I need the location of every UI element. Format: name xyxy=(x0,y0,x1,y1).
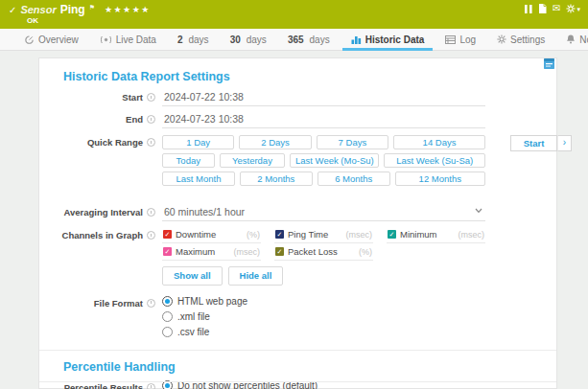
checkbox-checked-icon: ✓ xyxy=(163,230,172,239)
info-icon xyxy=(147,299,155,308)
quick-range-button[interactable]: Yesterday xyxy=(220,153,286,168)
info-icon xyxy=(147,383,155,389)
averaging-interval-select[interactable]: 60 minutes/1 hour xyxy=(162,205,485,221)
sensor-type-label: Sensor xyxy=(20,4,56,15)
channel-toggle-ping-time[interactable]: ✓ Ping Time (msec) xyxy=(274,228,373,243)
end-label: End xyxy=(126,114,143,125)
quick-range-button[interactable]: Last Month xyxy=(162,172,235,186)
report-icon[interactable] xyxy=(538,4,547,13)
percentile-results-label: Percentile Results xyxy=(64,382,143,389)
tab-historic-data[interactable]: Historic Data xyxy=(341,29,435,50)
tab-2-days[interactable]: 2days xyxy=(167,29,220,50)
channels-label: Channels in Graph xyxy=(62,230,143,240)
checkbox-checked-icon: ✓ xyxy=(275,247,284,256)
quick-range-button[interactable]: 12 Months xyxy=(395,172,485,186)
settings-panel: Historic Data Report Settings Start 2024… xyxy=(38,57,557,389)
status-check-icon: ✓ xyxy=(9,5,16,15)
quick-range-button[interactable]: 1 Day xyxy=(162,135,234,149)
quick-range-button[interactable]: 2 Months xyxy=(240,172,313,186)
overview-icon xyxy=(24,34,35,44)
quick-range-row: Quick Range 1 Day 2 Days 7 Days 14 Days … xyxy=(39,135,556,190)
info-icon xyxy=(147,115,155,124)
caret-down-icon: ▾ xyxy=(576,6,580,12)
quick-range-button[interactable]: 2 Days xyxy=(239,135,311,149)
flag-icon: ⚑ xyxy=(89,4,95,11)
tab-live-data[interactable]: Live Data xyxy=(89,29,167,50)
channel-toggle-maximum[interactable]: ✓ Maximum (msec) xyxy=(162,245,261,261)
live-data-icon xyxy=(100,35,112,44)
section-divider xyxy=(39,350,556,351)
quick-range-button[interactable]: 6 Months xyxy=(318,172,390,186)
section-title-percentile: Percentile Handling xyxy=(63,360,556,374)
file-format-option-xml[interactable]: .xml file xyxy=(162,311,485,322)
section-title-historic: Historic Data Report Settings xyxy=(63,70,556,83)
tab-settings[interactable]: Settings xyxy=(486,29,555,50)
tab-30-days[interactable]: 30days xyxy=(220,29,277,50)
end-row: End 2024-07-23 10:38 xyxy=(39,112,556,128)
hide-all-button[interactable]: Hide all xyxy=(228,266,284,286)
tab-notification-triggers[interactable]: Notification Triggers xyxy=(555,29,588,50)
channel-toggle-downtime[interactable]: ✓ Downtime (%) xyxy=(162,228,261,243)
priority-stars[interactable]: ★★★★★ xyxy=(105,5,151,14)
averaging-interval-label: Averaging Interval xyxy=(63,207,143,217)
quick-range-button[interactable]: Last Week (Su-Sa) xyxy=(384,153,485,168)
file-format-label: File Format xyxy=(94,298,143,309)
collapse-chevron-button[interactable]: › xyxy=(557,135,572,151)
averaging-interval-row: Averaging Interval 60 minutes/1 hour xyxy=(39,205,556,221)
start-row: Start 2024-07-22 10:38 xyxy=(39,90,556,106)
settings-menu-icon[interactable]: ▾ xyxy=(566,4,580,13)
log-icon xyxy=(445,35,456,44)
report-start-group: Start › xyxy=(510,135,572,151)
panel-bottom-divider xyxy=(39,381,556,382)
file-format-option-html[interactable]: HTML web page xyxy=(162,296,485,307)
gear-icon xyxy=(497,34,506,44)
sensor-name: Ping xyxy=(60,3,85,16)
radio-icon xyxy=(162,311,173,322)
channels-row: Channels in Graph ✓ Downtime (%) ✓ Ping … xyxy=(39,228,556,286)
start-report-button[interactable]: Start xyxy=(510,135,557,151)
info-icon xyxy=(147,93,155,102)
start-date-input[interactable]: 2024-07-22 10:38 xyxy=(162,90,485,106)
channel-toggle-packet-loss[interactable]: ✓ Packet Loss (%) xyxy=(274,245,373,261)
info-icon xyxy=(147,208,155,217)
mail-icon[interactable]: ✉ xyxy=(553,4,560,13)
sensor-header: ✓ Sensor Ping ⚑ ★★★★★ OK ✉ ▾ xyxy=(0,0,588,29)
calendar-icon[interactable] xyxy=(544,58,554,69)
pause-icon[interactable] xyxy=(525,5,532,13)
tab-log[interactable]: Log xyxy=(435,29,486,50)
tab-bar: Overview Live Data 2days 30days 365days … xyxy=(0,29,588,51)
checkbox-checked-icon: ✓ xyxy=(275,230,284,239)
checkbox-checked-icon: ✓ xyxy=(388,230,396,239)
radio-icon xyxy=(162,327,173,337)
info-icon xyxy=(147,231,155,240)
start-label: Start xyxy=(122,92,143,103)
chevron-down-icon xyxy=(475,208,482,214)
checkbox-checked-icon: ✓ xyxy=(163,247,172,256)
quick-range-button[interactable]: Today xyxy=(162,153,215,168)
quick-range-button[interactable]: 14 Days xyxy=(393,135,485,149)
quick-range-button[interactable]: 7 Days xyxy=(317,135,388,149)
show-all-button[interactable]: Show all xyxy=(162,266,223,286)
channel-toggle-minimum[interactable]: ✓ Minimum (msec) xyxy=(387,228,485,243)
tab-overview[interactable]: Overview xyxy=(13,29,89,50)
quick-range-button[interactable]: Last Week (Mo-Su) xyxy=(290,153,379,168)
radio-selected-icon xyxy=(162,296,173,307)
historic-data-icon xyxy=(351,35,362,44)
sensor-status-badge: OK xyxy=(27,16,38,25)
file-format-row: File Format HTML web page .xml file .csv… xyxy=(39,296,556,342)
info-icon xyxy=(147,138,155,147)
end-date-input[interactable]: 2024-07-23 10:38 xyxy=(162,112,485,128)
tab-365-days[interactable]: 365days xyxy=(277,29,341,50)
quick-range-label: Quick Range xyxy=(87,137,143,148)
bell-icon xyxy=(566,34,576,44)
file-format-option-csv[interactable]: .csv file xyxy=(162,327,485,337)
